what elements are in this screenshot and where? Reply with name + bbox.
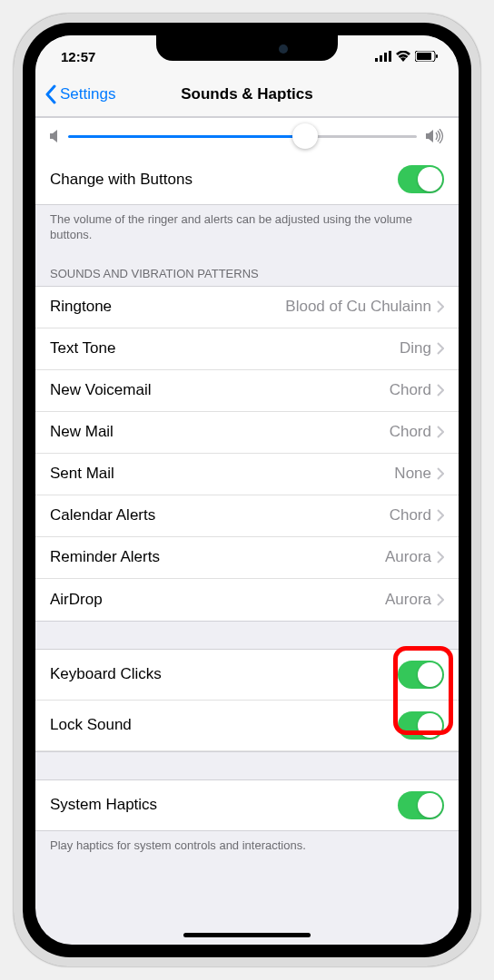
volume-low-icon: [50, 130, 59, 142]
patterns-header: SOUNDS AND VIBRATION PATTERNS: [35, 250, 459, 286]
row-label: New Mail: [50, 423, 114, 441]
slider-thumb[interactable]: [292, 123, 318, 149]
volume-slider[interactable]: [68, 135, 417, 138]
sent-mail-row[interactable]: Sent Mail None: [35, 454, 459, 495]
ringtone-row[interactable]: Ringtone Blood of Cu Chulainn: [35, 287, 459, 328]
row-value: Blood of Cu Chulainn: [285, 298, 444, 316]
row-label: Text Tone: [50, 339, 115, 358]
svg-rect-3: [389, 51, 391, 62]
calendar-alerts-row[interactable]: Calendar Alerts Chord: [35, 495, 459, 537]
chevron-right-icon: [437, 551, 444, 564]
row-value: Aurora: [385, 548, 444, 566]
back-label: Settings: [60, 85, 115, 103]
haptics-footer: Play haptics for system controls and int…: [35, 831, 459, 861]
cellular-icon: [375, 51, 391, 62]
row-label: Sent Mail: [50, 465, 114, 483]
row-label: Calendar Alerts: [50, 506, 155, 524]
chevron-right-icon: [437, 426, 444, 438]
row-label: Keyboard Clicks: [50, 665, 162, 683]
row-value: Aurora: [385, 591, 444, 609]
new-voicemail-row[interactable]: New Voicemail Chord: [35, 370, 459, 412]
sound-patterns-group: Ringtone Blood of Cu Chulainn Text Tone …: [35, 286, 459, 622]
chevron-right-icon: [437, 467, 444, 480]
volume-group: Change with Buttons: [35, 117, 459, 205]
screen: 12:57 Settings Sounds & Haptics: [35, 35, 459, 945]
clicks-group: Keyboard Clicks Lock Sound: [35, 649, 459, 752]
volume-slider-row: [35, 118, 459, 154]
back-button[interactable]: Settings: [44, 84, 115, 104]
chevron-left-icon: [44, 84, 56, 104]
chevron-right-icon: [437, 509, 444, 522]
volume-high-icon: [426, 129, 444, 143]
battery-icon: [415, 51, 439, 62]
change-with-buttons-toggle[interactable]: [398, 165, 444, 193]
row-value: None: [394, 465, 444, 483]
row-label: Reminder Alerts: [50, 548, 160, 566]
row-value: Chord: [390, 423, 444, 441]
change-with-buttons-row[interactable]: Change with Buttons: [35, 154, 459, 204]
keyboard-clicks-row[interactable]: Keyboard Clicks: [35, 650, 459, 701]
status-time: 12:57: [61, 49, 95, 64]
row-label: New Voicemail: [50, 381, 152, 399]
airdrop-row[interactable]: AirDrop Aurora: [35, 579, 459, 621]
notch: [156, 35, 338, 61]
volume-footer: The volume of the ringer and alerts can …: [35, 205, 459, 250]
content: Change with Buttons The volume of the ri…: [35, 117, 459, 861]
status-icons: [375, 51, 439, 62]
section-gap: [35, 622, 459, 649]
haptics-group: System Haptics: [35, 779, 459, 831]
chevron-right-icon: [437, 342, 444, 355]
new-mail-row[interactable]: New Mail Chord: [35, 412, 459, 454]
svg-rect-1: [380, 55, 382, 62]
row-label: System Haptics: [50, 796, 157, 814]
section-gap: [35, 752, 459, 779]
svg-rect-5: [417, 53, 431, 60]
change-with-buttons-label: Change with Buttons: [50, 171, 193, 189]
page-title: Sounds & Haptics: [181, 85, 312, 103]
chevron-right-icon: [437, 300, 444, 313]
svg-rect-2: [384, 53, 387, 62]
chevron-right-icon: [437, 384, 444, 397]
svg-rect-6: [436, 54, 438, 58]
svg-rect-0: [375, 58, 378, 62]
phone-frame: 12:57 Settings Sounds & Haptics: [14, 14, 480, 966]
wifi-icon: [396, 51, 410, 62]
chevron-right-icon: [437, 593, 444, 606]
nav-bar: Settings Sounds & Haptics: [35, 72, 459, 117]
home-indicator[interactable]: [183, 933, 311, 937]
row-label: AirDrop: [50, 591, 103, 609]
system-haptics-row[interactable]: System Haptics: [35, 780, 459, 830]
row-label: Lock Sound: [50, 716, 132, 734]
row-label: Ringtone: [50, 298, 112, 316]
keyboard-clicks-toggle[interactable]: [398, 661, 444, 689]
system-haptics-toggle[interactable]: [398, 791, 444, 819]
reminder-alerts-row[interactable]: Reminder Alerts Aurora: [35, 537, 459, 579]
phone-bezel: 12:57 Settings Sounds & Haptics: [23, 23, 471, 957]
row-value: Ding: [400, 339, 444, 358]
text-tone-row[interactable]: Text Tone Ding: [35, 328, 459, 370]
lock-sound-toggle[interactable]: [398, 711, 444, 740]
lock-sound-row[interactable]: Lock Sound: [35, 701, 459, 751]
row-value: Chord: [390, 381, 444, 399]
row-value: Chord: [390, 506, 444, 524]
